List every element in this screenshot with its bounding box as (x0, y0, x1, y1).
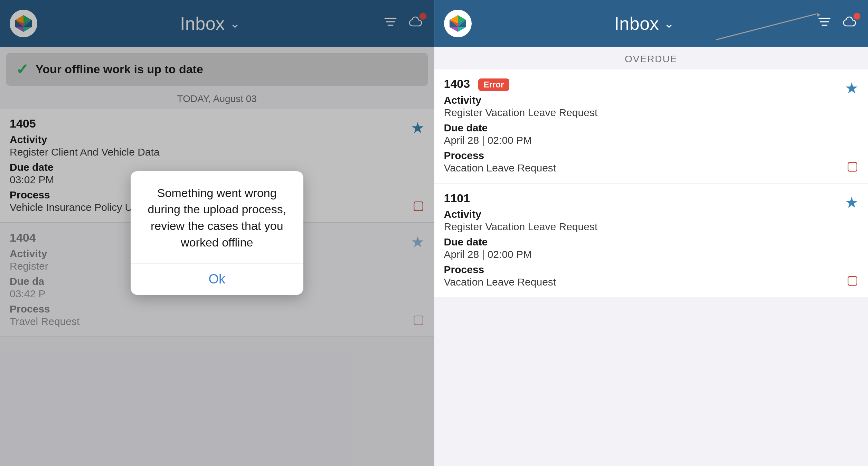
process-label: Process (444, 150, 859, 161)
process-label: Process (444, 264, 859, 276)
left-panel: Inbox ⌄ ✓ Your offline work is up to dat… (0, 0, 434, 466)
process-value: Vacation Leave Request (444, 162, 859, 174)
ok-button[interactable]: Ok (143, 263, 291, 295)
right-inbox-title: Inbox (614, 13, 659, 34)
dialog-overlay: Something went wrong during the upload p… (0, 0, 434, 466)
dialog-message: Something went wrong during the upload p… (143, 185, 291, 263)
due-date-label: Due date (444, 236, 859, 248)
right-filter-icon[interactable] (817, 14, 832, 33)
process-square-icon[interactable]: ▢ (847, 273, 858, 287)
activity-value: Register Vacation Leave Request (444, 107, 859, 119)
star-icon[interactable]: ★ (845, 194, 858, 211)
due-date-value: April 28 | 02:00 PM (444, 134, 859, 146)
list-item[interactable]: 1403 Error ★ Activity Register Vacation … (434, 69, 868, 183)
due-date-value: April 28 | 02:00 PM (444, 249, 859, 260)
overdue-list: 1403 Error ★ Activity Register Vacation … (434, 69, 868, 466)
section-header: OVERDUE (434, 47, 868, 69)
process-value: Vacation Leave Request (444, 276, 859, 288)
list-item[interactable]: 1101 ★ Activity Register Vacation Leave … (434, 184, 868, 297)
dialog-box: Something went wrong during the upload p… (131, 171, 303, 295)
right-header-icons (817, 14, 858, 33)
process-square-icon[interactable]: ▢ (847, 159, 858, 173)
svg-marker-16 (458, 27, 466, 32)
svg-marker-15 (450, 27, 458, 32)
activity-label: Activity (444, 208, 859, 220)
right-cloud-dot (853, 13, 860, 20)
activity-value: Register Vacation Leave Request (444, 221, 859, 233)
right-chevron-icon: ⌄ (664, 16, 674, 31)
star-icon[interactable]: ★ (845, 79, 858, 97)
right-header: Inbox ⌄ (434, 0, 868, 47)
right-panel: Inbox ⌄ OVERDUE (434, 0, 868, 466)
due-date-label: Due date (444, 122, 859, 134)
item-id: 1403 Error (444, 77, 859, 91)
activity-label: Activity (444, 94, 859, 106)
right-header-title-wrap[interactable]: Inbox ⌄ (472, 13, 817, 34)
logo[interactable] (444, 10, 472, 37)
right-cloud-icon[interactable] (842, 14, 858, 33)
error-badge: Error (478, 78, 510, 91)
item-id: 1101 (444, 192, 859, 205)
